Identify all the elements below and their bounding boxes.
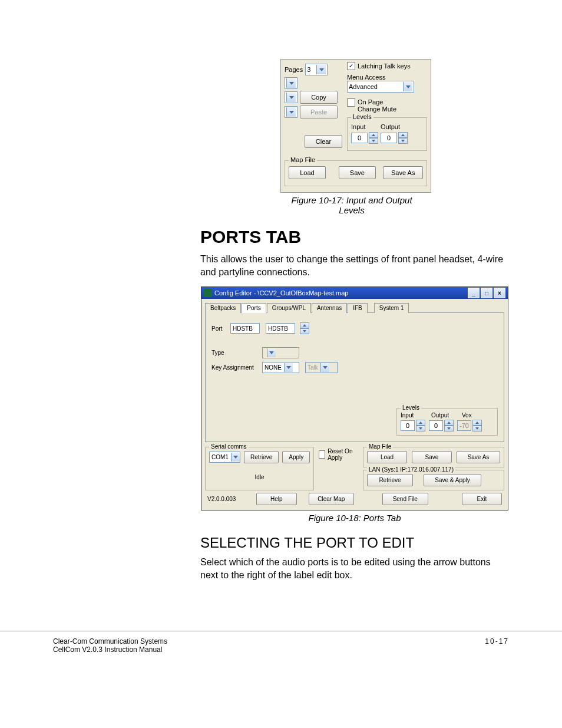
- key-combo[interactable]: NONE: [262, 362, 299, 373]
- tab-system1[interactable]: System 1: [374, 303, 409, 313]
- serial-comms-group: Serial comms COM1 Retrieve Apply Idle: [205, 447, 314, 490]
- copy-button[interactable]: Copy: [300, 91, 338, 104]
- combo-3[interactable]: [285, 106, 297, 118]
- paste-button[interactable]: Paste: [300, 106, 338, 118]
- reset-on-apply-checkbox[interactable]: Reset On Apply: [319, 448, 358, 461]
- down-icon: [398, 138, 408, 144]
- up-icon: [398, 132, 408, 138]
- exit-button[interactable]: Exit: [462, 493, 502, 505]
- pages-combo[interactable]: 3: [305, 64, 328, 75]
- menu-access-combo[interactable]: Advanced: [347, 81, 414, 93]
- minimize-button[interactable]: _: [468, 288, 480, 298]
- saveas-button[interactable]: Save As: [383, 166, 423, 179]
- type-combo[interactable]: [262, 347, 299, 358]
- heading-ports-tab: PORTS TAB: [200, 227, 509, 247]
- chevron-down-icon: [284, 363, 293, 372]
- mapfile-group: Map File Load Save Save As: [285, 160, 427, 186]
- type-label: Type: [211, 350, 259, 356]
- save-button[interactable]: Save: [412, 451, 452, 463]
- menu-access-label: Menu Access: [347, 74, 427, 81]
- page-number: 10-17: [485, 637, 509, 654]
- tab-beltpacks[interactable]: Beltpacks: [205, 303, 241, 313]
- heading-selecting-port: SELECTING THE PORT TO EDIT: [200, 535, 509, 551]
- figure-caption: Figure 10-17: Input and Output Levels: [280, 195, 423, 215]
- apply-button[interactable]: Apply: [282, 451, 310, 463]
- clearmap-button[interactable]: Clear Map: [309, 493, 355, 505]
- titlebar: Config Editor - \CCV2_OutOfBoxMap-test.m…: [201, 287, 508, 299]
- load-button[interactable]: Load: [367, 451, 407, 463]
- tab-ifb[interactable]: IFB: [348, 303, 368, 313]
- chevron-down-icon: [403, 82, 412, 91]
- chevron-down-icon: [286, 78, 296, 88]
- output-spinner[interactable]: [429, 420, 454, 431]
- latching-checkbox[interactable]: ✓Latching Talk keys: [347, 62, 411, 70]
- up-icon: [300, 322, 309, 328]
- tab-groups[interactable]: Groups/WPL: [267, 303, 311, 313]
- retrieve-button[interactable]: Retrieve: [244, 451, 279, 463]
- levels-group: Levels InputOutput: [347, 117, 427, 151]
- help-button[interactable]: Help: [256, 493, 296, 505]
- maximize-button[interactable]: □: [481, 288, 492, 298]
- tab-antennas[interactable]: Antennas: [312, 303, 347, 313]
- chevron-down-icon: [320, 363, 329, 372]
- saveas-button[interactable]: Save As: [457, 451, 500, 463]
- lan-group: LAN (Sys:1 IP:172.016.007.117) Retrieve …: [363, 470, 504, 490]
- window-title: Config Editor - \CCV2_OutOfBoxMap-test.m…: [214, 289, 348, 297]
- paragraph: This allows the user to change the setti…: [200, 253, 509, 278]
- save-button[interactable]: Save: [339, 166, 376, 179]
- port-value[interactable]: HDSTB: [230, 323, 260, 334]
- tabstrip: Beltpacks Ports Groups/WPL Antennas IFB …: [205, 302, 504, 313]
- dialog-snippet: Pages 3 Copy Paste Clear ✓Latching Talk …: [280, 59, 431, 193]
- app-icon: [204, 289, 212, 297]
- key-assignment-label: Key Assignment: [211, 364, 259, 371]
- chevron-down-icon: [286, 107, 296, 117]
- onpage-checkbox[interactable]: On Page Change Mute: [347, 98, 405, 113]
- pages-label: Pages: [285, 66, 303, 73]
- check-icon: ✓: [347, 62, 355, 70]
- load-button[interactable]: Load: [289, 166, 326, 179]
- lan-retrieve-button[interactable]: Retrieve: [367, 474, 413, 486]
- chevron-down-icon: [231, 453, 240, 462]
- down-icon: [369, 138, 378, 144]
- chevron-down-icon: [286, 93, 296, 102]
- paragraph: Select which of the audio ports is to be…: [200, 556, 509, 581]
- talk-combo[interactable]: Talk: [305, 362, 338, 373]
- input-spinner[interactable]: [351, 132, 378, 144]
- vox-spinner[interactable]: [457, 420, 482, 431]
- down-icon: [300, 328, 309, 334]
- mapfile-group: Map File Load Save Save As: [363, 447, 504, 467]
- tab-ports[interactable]: Ports: [242, 303, 266, 313]
- figure-caption: Figure 10-18: Ports Tab: [200, 513, 509, 523]
- port-label-edit[interactable]: HDSTB: [266, 323, 295, 334]
- footer-left: Clear-Com Communication Systems CellCom …: [53, 637, 167, 654]
- combo-1[interactable]: [285, 77, 297, 89]
- serial-status: Idle: [209, 474, 310, 480]
- sendfile-button[interactable]: Send File: [382, 493, 428, 505]
- levels-group: Levels Input Output Vox: [396, 408, 498, 436]
- port-label: Port: [211, 325, 227, 332]
- version-label: V2.0.0.003: [207, 496, 236, 502]
- checkbox-icon: [347, 98, 355, 107]
- chevron-down-icon: [267, 348, 276, 357]
- checkbox-icon: [319, 450, 325, 459]
- input-spinner[interactable]: [401, 420, 425, 431]
- close-button[interactable]: ×: [494, 288, 505, 298]
- save-apply-button[interactable]: Save & Apply: [424, 474, 481, 486]
- output-spinner[interactable]: [381, 132, 408, 144]
- combo-2[interactable]: [285, 91, 297, 103]
- up-icon: [369, 132, 378, 138]
- port-stepper[interactable]: [300, 322, 309, 334]
- comport-combo[interactable]: COM1: [209, 452, 240, 463]
- config-editor-window: Config Editor - \CCV2_OutOfBoxMap-test.m…: [201, 286, 508, 510]
- clear-button[interactable]: Clear: [305, 135, 342, 148]
- chevron-down-icon: [316, 65, 326, 74]
